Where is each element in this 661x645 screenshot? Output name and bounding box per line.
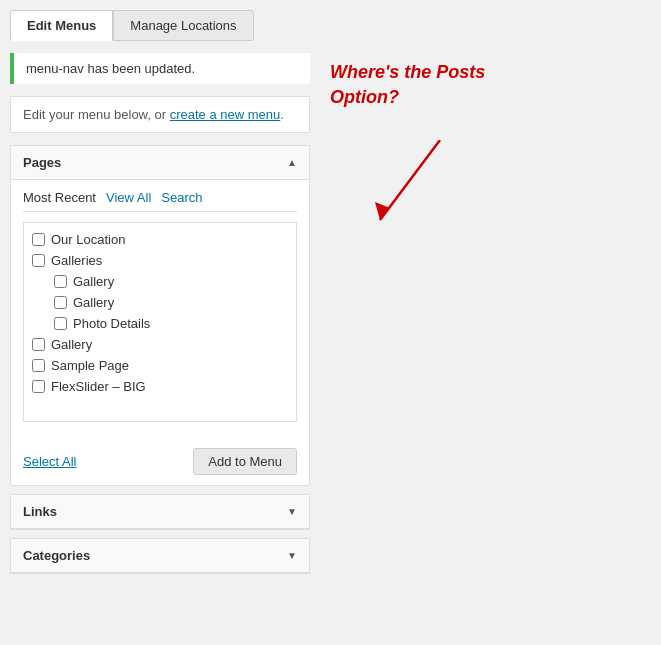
tab-edit-menus[interactable]: Edit Menus xyxy=(10,10,113,41)
item-label: Gallery xyxy=(73,295,114,310)
links-panel-header[interactable]: Links ▼ xyxy=(11,495,309,529)
list-item[interactable]: Our Location xyxy=(32,229,288,250)
checkbox-gallery-3[interactable] xyxy=(32,338,45,351)
categories-panel-header[interactable]: Categories ▼ xyxy=(11,539,309,573)
links-panel-toggle-icon: ▼ xyxy=(287,506,297,517)
pages-panel-header[interactable]: Pages ▲ xyxy=(11,146,309,180)
list-item[interactable]: Galleries xyxy=(32,250,288,271)
checkbox-gallery-1[interactable] xyxy=(54,275,67,288)
checkbox-gallery-2[interactable] xyxy=(54,296,67,309)
pages-checkbox-list: Our Location Galleries Gallery G xyxy=(24,223,296,403)
list-item[interactable]: Gallery xyxy=(32,292,288,313)
pages-panel-toggle-icon: ▲ xyxy=(287,157,297,168)
pages-panel: Pages ▲ Most Recent View All Search Our … xyxy=(10,145,310,486)
checkbox-photo-details[interactable] xyxy=(54,317,67,330)
success-notice: menu-nav has been updated. xyxy=(10,53,310,84)
item-label: Our Location xyxy=(51,232,125,247)
checkbox-flexslider[interactable] xyxy=(32,380,45,393)
pages-panel-body: Most Recent View All Search Our Location… xyxy=(11,180,309,442)
item-label: FlexSlider – BIG xyxy=(51,379,146,394)
item-label: Gallery xyxy=(73,274,114,289)
item-label: Gallery xyxy=(51,337,92,352)
list-item[interactable]: Gallery xyxy=(32,334,288,355)
create-new-menu-link[interactable]: create a new menu xyxy=(170,107,281,122)
pages-checkbox-list-wrap: Our Location Galleries Gallery G xyxy=(23,222,297,422)
categories-panel: Categories ▼ xyxy=(10,538,310,574)
checkbox-sample-page[interactable] xyxy=(32,359,45,372)
subtab-search[interactable]: Search xyxy=(161,190,202,205)
info-prefix: Edit your menu below, or xyxy=(23,107,170,122)
annotation-line2: Option? xyxy=(330,85,485,110)
annotation-arrow-icon xyxy=(370,140,450,230)
info-bar: Edit your menu below, or create a new me… xyxy=(10,96,310,133)
select-all-button[interactable]: Select All xyxy=(23,454,76,469)
add-to-menu-button[interactable]: Add to Menu xyxy=(193,448,297,475)
annotation-text: Where's the Posts Option? xyxy=(330,60,485,110)
info-suffix: . xyxy=(280,107,284,122)
annotation-area: Where's the Posts Option? xyxy=(310,0,661,645)
checkbox-our-location[interactable] xyxy=(32,233,45,246)
item-label: Galleries xyxy=(51,253,102,268)
list-item[interactable]: FlexSlider – BIG xyxy=(32,376,288,397)
checkbox-galleries[interactable] xyxy=(32,254,45,267)
notice-text: menu-nav has been updated. xyxy=(26,61,195,76)
annotation-line1: Where's the Posts xyxy=(330,60,485,85)
main-tabs: Edit Menus Manage Locations xyxy=(10,10,310,41)
categories-panel-title: Categories xyxy=(23,548,90,563)
subtab-view-all[interactable]: View All xyxy=(106,190,151,205)
item-label: Sample Page xyxy=(51,358,129,373)
categories-panel-toggle-icon: ▼ xyxy=(287,550,297,561)
pages-panel-footer: Select All Add to Menu xyxy=(11,442,309,485)
subtab-most-recent[interactable]: Most Recent xyxy=(23,190,96,205)
links-panel: Links ▼ xyxy=(10,494,310,530)
links-panel-title: Links xyxy=(23,504,57,519)
list-item[interactable]: Gallery xyxy=(32,271,288,292)
pages-subtabs: Most Recent View All Search xyxy=(23,190,297,212)
list-item[interactable]: Sample Page xyxy=(32,355,288,376)
list-item[interactable]: Photo Details xyxy=(32,313,288,334)
item-label: Photo Details xyxy=(73,316,150,331)
pages-panel-title: Pages xyxy=(23,155,61,170)
tab-manage-locations[interactable]: Manage Locations xyxy=(113,10,253,41)
